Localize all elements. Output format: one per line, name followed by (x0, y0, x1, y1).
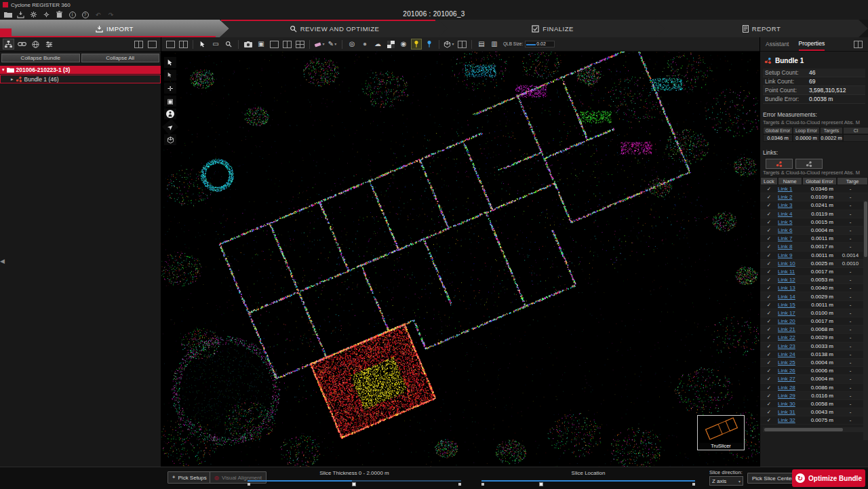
caret-down-icon[interactable]: ▾ (2, 67, 5, 73)
lock-check-icon[interactable]: ✓ (760, 219, 778, 225)
circle-target-icon[interactable]: ◎ (347, 39, 357, 50)
link-name[interactable]: Link 6 (778, 227, 802, 233)
link-name[interactable]: Link 8 (778, 243, 802, 250)
pano-person-tool-icon[interactable] (164, 109, 176, 119)
link-row[interactable]: ✓ Link 23 0.0033 m - (760, 343, 868, 351)
link-row[interactable]: ✓ Link 21 0.0068 m - (760, 326, 868, 334)
link-row[interactable]: ✓ Link 29 0.0116 m - (760, 392, 868, 400)
link-name[interactable]: Link 17 (778, 310, 802, 316)
links-vscrollbar[interactable] (863, 200, 868, 440)
sites-globe-tab-icon[interactable] (30, 39, 41, 50)
layout-icon[interactable] (456, 39, 467, 50)
link-row[interactable]: ✓ Link 26 0.0006 m - (760, 367, 868, 375)
link-name[interactable]: Link 15 (778, 302, 802, 308)
point-cloud-viewport[interactable]: ✛ ▣ ➤ TruSlicer (161, 52, 760, 467)
link-name[interactable]: Link 22 (778, 334, 802, 340)
lock-check-icon[interactable]: ✓ (760, 235, 778, 241)
link-row[interactable]: ✓ Link 22 0.0029 m - (760, 334, 868, 342)
link-name[interactable]: Link 24 (778, 351, 802, 357)
link-name[interactable]: Link 32 (778, 417, 802, 423)
link-row[interactable]: ✓ Link 13 0.0040 m - (760, 284, 868, 292)
link-row[interactable]: ✓ Link 24 0.0138 m - (760, 351, 868, 359)
info-icon[interactable]: i (68, 10, 77, 19)
lock-check-icon[interactable]: ✓ (760, 409, 778, 415)
import-data-icon[interactable] (16, 10, 25, 19)
lock-check-icon[interactable]: ✓ (760, 260, 778, 267)
cursor-tool-icon[interactable] (164, 57, 176, 68)
link-name[interactable]: Link 11 (778, 269, 802, 275)
link-row[interactable]: ✓ Link 17 0.0100 m - (760, 309, 868, 317)
link-name[interactable]: Link 7 (778, 235, 802, 241)
panel-layout-icon[interactable] (854, 41, 863, 48)
link-name[interactable]: Link 12 (778, 277, 802, 283)
open-project-icon[interactable] (3, 10, 12, 19)
link-name[interactable]: Link 3 (778, 202, 802, 208)
links-view-tab-icon[interactable] (16, 39, 28, 50)
link-name[interactable]: Link 29 (778, 393, 802, 399)
qlb-size-slider[interactable]: 0.02 (525, 41, 555, 47)
pin-target-icon[interactable] (411, 39, 422, 50)
zoom-window-icon[interactable] (223, 39, 234, 50)
lock-check-icon[interactable]: ✓ (760, 310, 778, 316)
link-row[interactable]: ✓ Link 5 0.0015 m - (760, 218, 868, 227)
hscroll-thumb[interactable] (764, 428, 843, 431)
checker-target-icon[interactable] (385, 39, 396, 50)
link-name[interactable]: Link 27 (778, 376, 802, 382)
lock-check-icon[interactable]: ✓ (760, 417, 778, 423)
link-row[interactable]: ✓ Link 14 0.0029 m - (760, 292, 868, 300)
link-row[interactable]: ✓ Link 30 0.0058 m - (760, 400, 868, 408)
tab-properties[interactable]: Properties (799, 37, 825, 51)
help-icon[interactable]: ? (81, 10, 90, 19)
link-row[interactable]: ✓ Link 32 0.0075 m - (760, 416, 868, 425)
cube-view-tool-icon[interactable] (164, 134, 176, 145)
link-row[interactable]: ✓ Link 20 0.0017 m - (760, 317, 868, 326)
link-row[interactable]: ✓ Link 7 0.0011 m - (760, 235, 868, 243)
link-row[interactable]: ✓ Link 25 0.0004 m - (760, 359, 868, 367)
link-row[interactable]: ✓ Link 9 0.0011 m 0.0014 (760, 252, 868, 260)
link-row[interactable]: ✓ Link 3 0.0241 m - (760, 201, 868, 210)
slice-direction-select[interactable]: Z axis ▾ (709, 476, 743, 486)
link-row[interactable]: ✓ Link 6 0.0004 m - (760, 227, 868, 235)
tab-assistant[interactable]: Assistant (766, 38, 789, 50)
collapse-all-button[interactable]: Collapse All (81, 54, 160, 62)
link-name[interactable]: Link 26 (778, 368, 802, 374)
dual-view-icon[interactable] (281, 39, 292, 50)
lock-check-icon[interactable]: ✓ (760, 326, 778, 332)
tree-item-project[interactable]: ▾ 201006-210223-1 (3) (0, 66, 161, 74)
lock-check-icon[interactable]: ✓ (760, 302, 778, 308)
link-name[interactable]: Link 2 (778, 194, 802, 200)
snapshot-icon[interactable]: ▣ (256, 39, 267, 50)
link-row[interactable]: ✓ Link 15 0.0011 m - (760, 301, 868, 309)
camera-icon[interactable] (243, 39, 254, 50)
workflow-step-finalize[interactable]: FINALIZE (438, 20, 667, 37)
expand-panel-icon[interactable] (133, 39, 144, 50)
link-name[interactable]: Link 28 (778, 385, 802, 391)
link-name[interactable]: Link 25 (778, 359, 802, 366)
pick-slice-center-button[interactable]: Pick Slice Center (747, 473, 798, 484)
lock-check-icon[interactable]: ✓ (760, 294, 778, 300)
links-col-name[interactable]: Name (778, 177, 802, 185)
lock-check-icon[interactable]: ✓ (760, 227, 778, 233)
link-row[interactable]: ✓ Link 10 0.0025 m 0.0010 (760, 260, 868, 268)
workflow-step-review[interactable]: REVIEW AND OPTIMIZE (220, 20, 449, 37)
view-cube-icon[interactable]: ▾ (443, 39, 454, 50)
tree-view-tab-icon[interactable] (3, 39, 14, 50)
link-row[interactable]: ✓ Link 1 0.0346 m - (760, 185, 868, 193)
lock-check-icon[interactable]: ✓ (760, 211, 778, 217)
lock-check-icon[interactable]: ✓ (760, 318, 778, 324)
link-row[interactable]: ✓ Link 12 0.0053 m - (760, 276, 868, 284)
measure-tool-icon[interactable]: ✎▾ (327, 39, 338, 50)
collapse-bundle-button[interactable]: Collapse Bundle (1, 54, 80, 62)
collapse-panel-icon[interactable] (146, 39, 158, 50)
split-pane-icon[interactable] (178, 39, 189, 50)
slice-location-slider[interactable] (481, 478, 695, 486)
slice-location-handle[interactable] (539, 482, 543, 486)
link-row[interactable]: ✓ Link 11 0.0017 m - (760, 268, 868, 276)
links-col-lock[interactable]: Lock (760, 177, 778, 185)
fly-tool-icon[interactable]: ➤ (162, 119, 178, 135)
lock-check-icon[interactable]: ✓ (760, 252, 778, 258)
link-name[interactable]: Link 9 (778, 252, 802, 258)
lock-check-icon[interactable]: ✓ (760, 186, 778, 192)
vscroll-thumb[interactable] (864, 201, 867, 257)
pick-setups-button[interactable]: ⌖ Pick Setups (167, 471, 212, 484)
